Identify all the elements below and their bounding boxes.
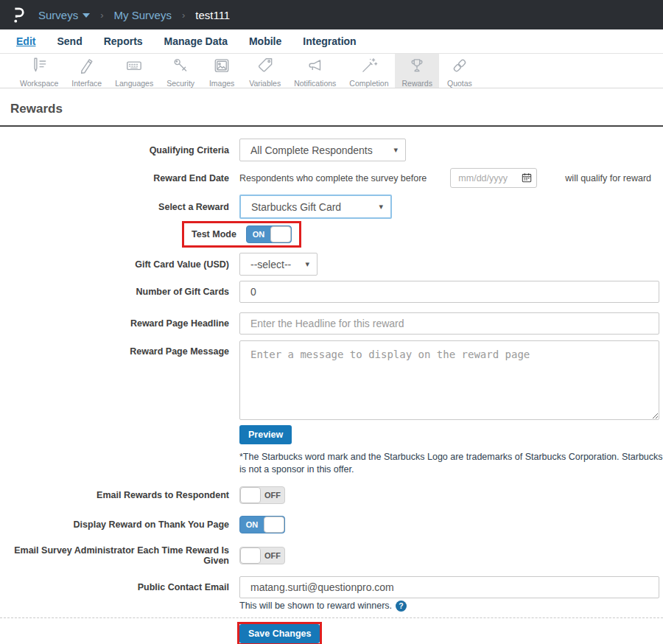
end-date-suffix-text: will qualify for reward bbox=[565, 173, 651, 183]
select-reward-row: Select a Reward Starbucks Gift Card bbox=[0, 195, 663, 219]
gift-card-value-select[interactable]: --select-- bbox=[239, 253, 318, 276]
test-mode-row: Test Mode ON bbox=[0, 221, 663, 248]
save-row: Save Changes bbox=[0, 618, 663, 644]
tool-languages[interactable]: Languages bbox=[108, 54, 160, 88]
end-date-prefix-text: Respondents who complete the survey befo… bbox=[239, 173, 427, 183]
public-contact-email-label: Public Contact Email bbox=[0, 582, 239, 592]
select-reward-select[interactable]: Starbucks Gift Card bbox=[239, 195, 392, 219]
annotation-box-save: Save Changes bbox=[237, 622, 322, 644]
reward-page-headline-row: Reward Page Headline bbox=[0, 312, 663, 335]
display-reward-toggle[interactable]: ON bbox=[239, 516, 285, 533]
gift-card-value-value: --select-- bbox=[250, 259, 291, 270]
qualifying-criteria-select[interactable]: All Complete Respondents bbox=[239, 139, 406, 161]
reward-end-date-label: Reward End Date bbox=[0, 173, 239, 183]
qualifying-criteria-row: Qualifying Criteria All Complete Respond… bbox=[0, 139, 663, 161]
breadcrumb-surveys-label: Surveys bbox=[38, 9, 78, 21]
tool-notifications[interactable]: Notifications bbox=[287, 54, 343, 88]
topbar: Surveys › My Surveys › test111 bbox=[0, 0, 663, 29]
tool-quotas[interactable]: Quotas bbox=[439, 54, 480, 88]
select-reward-label: Select a Reward bbox=[0, 202, 239, 212]
reward-page-message-row: Reward Page Message bbox=[0, 340, 663, 420]
save-changes-button[interactable]: Save Changes bbox=[239, 624, 320, 643]
page-title: Rewards bbox=[10, 102, 653, 116]
edit-toolbar: Workspace Interface Languages Security I… bbox=[0, 54, 663, 88]
reward-page-message-textarea[interactable] bbox=[239, 340, 659, 420]
toggle-knob bbox=[270, 226, 291, 242]
select-reward-value: Starbucks Gift Card bbox=[251, 201, 341, 213]
email-rewards-row: Email Rewards to Respondent OFF bbox=[0, 486, 663, 504]
chain-links-icon bbox=[450, 56, 469, 78]
chevron-down-icon bbox=[83, 13, 90, 18]
keyboard-icon bbox=[124, 56, 144, 78]
breadcrumb-my-surveys[interactable]: My Surveys bbox=[114, 9, 172, 21]
email-helper-text: This will be shown to reward winners. bbox=[239, 601, 392, 611]
menu-mobile[interactable]: Mobile bbox=[249, 35, 281, 47]
display-reward-label: Display Reward on Thank You Page bbox=[0, 519, 239, 530]
questionpro-logo-icon[interactable] bbox=[10, 5, 25, 24]
toggle-off-label: OFF bbox=[261, 487, 284, 503]
image-icon bbox=[212, 56, 231, 78]
tool-completion[interactable]: Completion bbox=[343, 54, 395, 88]
menu-edit[interactable]: Edit bbox=[16, 35, 35, 47]
qualifying-criteria-value: All Complete Respondents bbox=[250, 144, 373, 156]
email-admin-toggle[interactable]: OFF bbox=[239, 547, 285, 564]
magic-wand-icon bbox=[359, 56, 379, 78]
gift-card-value-row: Gift Card Value (USD) --select-- bbox=[0, 253, 663, 276]
pen-icon bbox=[77, 56, 97, 78]
number-of-gift-cards-input[interactable] bbox=[239, 281, 659, 303]
breadcrumb-separator: › bbox=[97, 10, 106, 21]
public-contact-email-row: Public Contact Email bbox=[0, 576, 663, 598]
menu-reports[interactable]: Reports bbox=[104, 35, 143, 47]
toggle-off-label: OFF bbox=[261, 547, 284, 564]
breadcrumb-surveys[interactable]: Surveys bbox=[38, 9, 90, 21]
reward-page-headline-label: Reward Page Headline bbox=[0, 318, 239, 329]
reward-page-message-label: Reward Page Message bbox=[0, 340, 239, 357]
reward-page-headline-input[interactable] bbox=[239, 312, 659, 335]
toggle-knob bbox=[240, 547, 261, 564]
breadcrumb-separator: › bbox=[179, 10, 188, 21]
tool-rewards[interactable]: Rewards bbox=[395, 54, 438, 88]
breadcrumb-survey-name: test111 bbox=[195, 9, 230, 21]
test-mode-label: Test Mode bbox=[192, 229, 236, 239]
starbucks-trademark-note: *The Starbucks word mark and the Starbuc… bbox=[239, 451, 663, 476]
trademark-note-row: *The Starbucks word mark and the Starbuc… bbox=[0, 451, 663, 476]
tool-images[interactable]: Images bbox=[201, 54, 242, 88]
email-admin-label: Email Survey Administrator Each Time Rew… bbox=[0, 545, 239, 566]
email-helper-row: This will be shown to reward winners. ? bbox=[0, 601, 663, 612]
public-contact-email-input[interactable] bbox=[239, 576, 659, 598]
megaphone-icon bbox=[306, 56, 325, 78]
tool-workspace[interactable]: Workspace bbox=[13, 54, 65, 88]
tool-security[interactable]: Security bbox=[160, 54, 201, 88]
help-icon[interactable]: ? bbox=[396, 601, 407, 612]
tag-icon bbox=[256, 56, 275, 78]
qualifying-criteria-label: Qualifying Criteria bbox=[0, 145, 239, 155]
number-of-gift-cards-label: Number of Gift Cards bbox=[0, 287, 239, 297]
gift-card-value-label: Gift Card Value (USD) bbox=[0, 259, 239, 270]
menu-integration[interactable]: Integration bbox=[303, 35, 356, 47]
test-mode-toggle[interactable]: ON bbox=[246, 225, 292, 243]
calendar-icon[interactable] bbox=[522, 172, 532, 186]
main-menu: Edit Send Reports Manage Data Mobile Int… bbox=[0, 29, 663, 54]
display-reward-row: Display Reward on Thank You Page ON bbox=[0, 516, 663, 533]
email-rewards-toggle[interactable]: OFF bbox=[239, 486, 285, 504]
toggle-knob bbox=[240, 487, 261, 503]
tool-interface[interactable]: Interface bbox=[65, 54, 108, 88]
key-icon bbox=[171, 56, 190, 78]
number-of-gift-cards-row: Number of Gift Cards bbox=[0, 281, 663, 303]
pencil-lines-icon bbox=[29, 56, 49, 78]
menu-send[interactable]: Send bbox=[57, 35, 82, 47]
rewards-form: Qualifying Criteria All Complete Respond… bbox=[0, 127, 663, 644]
toggle-on-label: ON bbox=[240, 517, 264, 533]
reward-end-date-row: Reward End Date Respondents who complete… bbox=[0, 168, 663, 188]
preview-row: Preview bbox=[0, 425, 663, 444]
toggle-on-label: ON bbox=[247, 226, 270, 242]
preview-button[interactable]: Preview bbox=[239, 425, 292, 444]
tool-variables[interactable]: Variables bbox=[242, 54, 287, 88]
annotation-box-test-mode: Test Mode ON bbox=[182, 221, 301, 248]
trophy-icon bbox=[407, 56, 427, 78]
toggle-knob bbox=[264, 517, 284, 533]
email-rewards-label: Email Rewards to Respondent bbox=[0, 490, 239, 500]
menu-manage-data[interactable]: Manage Data bbox=[164, 35, 228, 47]
email-admin-row: Email Survey Administrator Each Time Rew… bbox=[0, 545, 663, 566]
